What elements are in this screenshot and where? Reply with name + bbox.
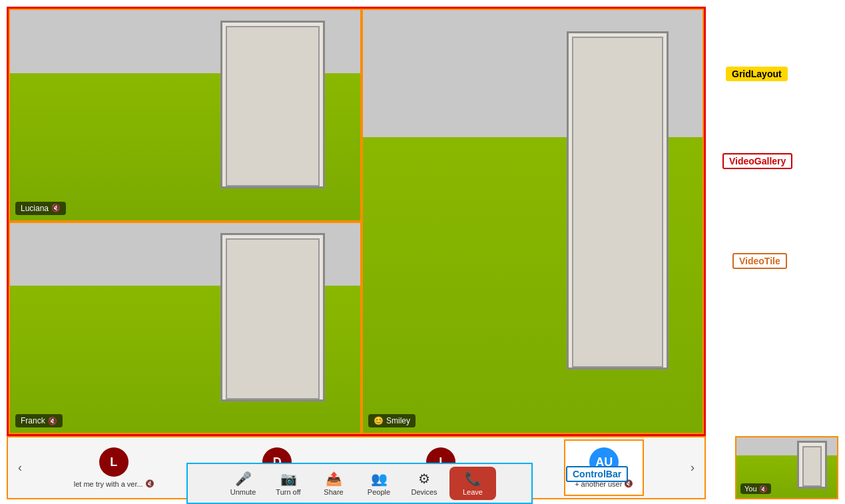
camera-icon: 📷 (280, 471, 297, 487)
share-icon: 📤 (326, 471, 342, 487)
participant-name-franck: Franck 🔇 (15, 414, 63, 427)
people-button[interactable]: 👥 People (359, 467, 399, 500)
annotation-video-gallery: VideoGallery (722, 153, 792, 169)
annotation-video-tile: VideoTile (732, 253, 787, 269)
strip-prev-button[interactable]: ‹ (11, 459, 29, 477)
video-tile-you: You 🔇 (735, 436, 838, 499)
strip-next-button[interactable]: › (683, 459, 702, 477)
leave-icon: 📞 (465, 471, 481, 487)
leave-button[interactable]: 📞 Leave (449, 467, 496, 500)
mute-icon-l: 🔇 (145, 479, 154, 488)
participant-name-you: You 🔇 (740, 483, 771, 494)
people-icon: 👥 (371, 471, 388, 487)
unmute-button[interactable]: 🎤 Unmute (223, 467, 263, 500)
participant-name-smiley: 😊 Smiley (368, 414, 416, 427)
mute-icon-you: 🔇 (759, 485, 767, 493)
devices-button[interactable]: ⚙ Devices (404, 467, 444, 500)
mute-icon-luciana: 🔇 (51, 204, 61, 212)
turn-off-button[interactable]: 📷 Turn off (268, 467, 308, 500)
participant-name-luciana: Luciana 🔇 (15, 202, 66, 215)
mute-icon-franck: 🔇 (48, 417, 57, 425)
video-tile-franck: Franck 🔇 (9, 222, 362, 435)
devices-icon: ⚙ (418, 471, 430, 487)
annotation-grid-layout: GridLayout (726, 67, 788, 81)
strip-participant-l[interactable]: L let me try with a ver... 🔇 (69, 439, 159, 496)
video-tile-smiley: 😊 Smiley (362, 9, 704, 434)
share-button[interactable]: 📤 Share (314, 467, 354, 500)
annotation-control-bar: ControlBar (566, 466, 628, 482)
unmute-icon: 🎤 (235, 471, 252, 487)
control-bar: 🎤 Unmute 📷 Turn off 📤 Share 👥 People ⚙ D… (186, 463, 533, 504)
video-tile-luciana: Luciana 🔇 (9, 9, 362, 222)
video-gallery: Luciana 🔇 Franck 🔇 😊 Smiley (7, 7, 706, 436)
strip-name-l: let me try with a ver... 🔇 (74, 479, 154, 488)
